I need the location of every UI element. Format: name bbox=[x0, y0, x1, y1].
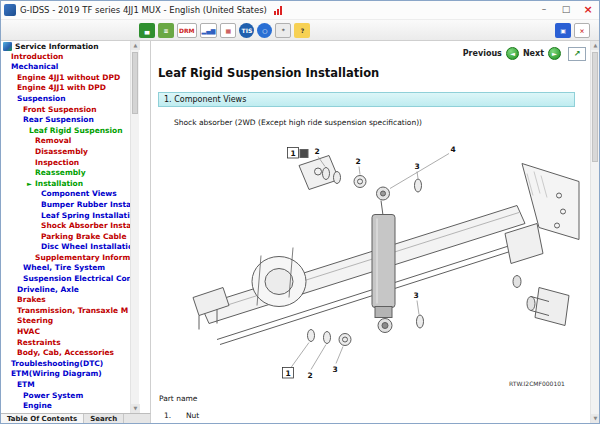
svg-text:4: 4 bbox=[450, 145, 455, 154]
tree-item-reassembly[interactable]: Reassembly bbox=[1, 168, 130, 179]
scroll-down-icon[interactable]: ▼ bbox=[131, 404, 140, 413]
tree-item-brakes[interactable]: Brakes bbox=[1, 295, 130, 306]
tree-item-disassembly[interactable]: Disassembly bbox=[1, 147, 130, 158]
exit-icon[interactable]: × bbox=[574, 23, 590, 38]
tree-items: IntroductionMechanicalEngine 4JJ1 withou… bbox=[1, 52, 130, 412]
data-grid-icon[interactable]: ▦ bbox=[220, 23, 236, 38]
tree-item-suspension-electrical-con[interactable]: Suspension Electrical Con bbox=[1, 274, 130, 285]
svg-text:1: 1 bbox=[285, 369, 290, 378]
tree-item-front-suspension[interactable]: Front Suspension bbox=[1, 105, 130, 116]
parts-table: 1.Nut bbox=[164, 410, 199, 421]
window-titlebar: G-IDSS - 2019 TF series 4JJ1 MUX - Engli… bbox=[1, 1, 599, 20]
next-button[interactable]: Next bbox=[523, 49, 544, 58]
tree-root-label: Service Information bbox=[15, 42, 99, 51]
content-scrollbar[interactable]: ▲ ▼ bbox=[590, 41, 599, 423]
maximize-button[interactable]: □ bbox=[555, 2, 577, 18]
tree-item-component-views[interactable]: Component Views bbox=[1, 189, 130, 200]
drm-icon[interactable]: DRM bbox=[177, 23, 197, 38]
tree-item-etm[interactable]: ETM bbox=[1, 380, 130, 391]
svg-text:3: 3 bbox=[332, 365, 337, 374]
svg-text:3: 3 bbox=[413, 291, 418, 300]
figure-caption: Shock absorber (2WD (Except high ride su… bbox=[174, 118, 422, 127]
svg-text:2: 2 bbox=[355, 157, 360, 166]
tree-item-leaf-spring-installati[interactable]: Leaf Spring Installati bbox=[1, 211, 130, 222]
tree-item-driveline-axle[interactable]: Driveline, Axle bbox=[1, 285, 130, 296]
tab-table-of-contents[interactable]: Table Of Contents bbox=[1, 414, 84, 424]
content-scrollbar-thumb[interactable] bbox=[592, 52, 598, 162]
tree-item-suspension[interactable]: Suspension bbox=[1, 94, 130, 105]
scroll-down-icon[interactable]: ▼ bbox=[591, 414, 600, 423]
tree-item-restraints[interactable]: Restraints bbox=[1, 338, 130, 349]
scroll-up-icon[interactable]: ▲ bbox=[131, 41, 140, 50]
component-diagram: 122343123 RTW.I2CMF000101 bbox=[187, 135, 587, 391]
close-button[interactable]: × bbox=[577, 2, 599, 18]
tree-item-etm-wiring-diagram-[interactable]: ETM(Wiring Diagram) bbox=[1, 369, 130, 380]
tree-item-body-cab-accessories[interactable]: Body, Cab, Accessories bbox=[1, 348, 130, 359]
sidebar: Service Information IntroductionMechanic… bbox=[1, 41, 151, 413]
tools-icon[interactable]: * bbox=[275, 23, 291, 38]
toolbar-left-group: ▄≡DRM▂▄▆▦TIS○*? bbox=[139, 23, 310, 38]
scroll-up-icon[interactable]: ▲ bbox=[591, 41, 600, 50]
svg-text:1: 1 bbox=[290, 149, 295, 158]
data-chart-icon[interactable]: ▂▄▆ bbox=[200, 23, 218, 38]
open-new-window-button[interactable]: ↗ bbox=[568, 47, 586, 61]
content-area: Previous ◄ Next ► ↗ Leaf Rigid Suspensio… bbox=[151, 41, 599, 423]
tab-search[interactable]: Search bbox=[84, 414, 124, 424]
tree-item-rear-suspension[interactable]: Rear Suspension bbox=[1, 115, 130, 126]
minimize-button[interactable]: – bbox=[533, 2, 555, 18]
window-title: G-IDSS - 2019 TF series 4JJ1 MUX - Engli… bbox=[20, 5, 267, 15]
window-layout-icon[interactable]: ▣ bbox=[555, 23, 571, 38]
sidebar-scrollbar[interactable]: ▲ ▼ bbox=[130, 41, 139, 413]
selected-item-arrow-icon: ► bbox=[27, 179, 32, 189]
sidebar-tabs: Table Of ContentsSearch bbox=[1, 413, 151, 424]
part-row: 1.Nut bbox=[164, 410, 199, 421]
tree-item-steering[interactable]: Steering bbox=[1, 316, 130, 327]
svg-text:2: 2 bbox=[314, 147, 319, 156]
svg-text:3: 3 bbox=[414, 162, 419, 171]
app-icon bbox=[4, 4, 16, 16]
shock-absorber-drawing bbox=[372, 187, 395, 333]
vehicle-session-icon[interactable]: ▄ bbox=[139, 23, 155, 38]
contents-tree: Service Information IntroductionMechanic… bbox=[1, 41, 130, 413]
tree-root-service-information[interactable]: Service Information bbox=[1, 41, 130, 52]
vehicle-info-icon[interactable]: ≡ bbox=[158, 23, 174, 38]
next-arrow-icon[interactable]: ► bbox=[548, 47, 561, 60]
toolbar-right-group: ▣× bbox=[555, 23, 590, 38]
figure-reference: RTW.I2CMF000101 bbox=[509, 380, 565, 387]
previous-arrow-icon[interactable]: ◄ bbox=[506, 47, 519, 60]
tree-item-supplementary-informati[interactable]: Supplementary Informati bbox=[1, 253, 130, 264]
help-icon[interactable]: ? bbox=[294, 23, 310, 38]
tree-item-wheel-tire-system[interactable]: Wheel, Tire System bbox=[1, 263, 130, 274]
tree-item-installation[interactable]: ►Installation bbox=[1, 179, 130, 190]
page-title: Leaf Rigid Suspension Installation bbox=[158, 66, 379, 80]
tree-item-introduction[interactable]: Introduction bbox=[1, 52, 130, 63]
tree-item-inspection[interactable]: Inspection bbox=[1, 158, 130, 169]
service-information-icon bbox=[3, 42, 12, 51]
tree-item-disc-wheel-installatio[interactable]: Disc Wheel Installatio bbox=[1, 242, 130, 253]
tree-item-engine-4jj1-with-dpd[interactable]: Engine 4JJ1 with DPD bbox=[1, 83, 130, 94]
tree-item-mechanical[interactable]: Mechanical bbox=[1, 62, 130, 73]
tree-item-troubleshooting-dtc-[interactable]: Troubleshooting(DTC) bbox=[1, 359, 130, 370]
tree-item-transmission-transaxle-m[interactable]: Transmission, Transaxle M bbox=[1, 306, 130, 317]
svg-text:2: 2 bbox=[307, 371, 312, 380]
toolbar: ▄≡DRM▂▄▆▦TIS○*? ▣× bbox=[1, 20, 599, 41]
page-navigation: Previous ◄ Next ► bbox=[463, 47, 561, 60]
tree-item-bumper-rubber-insta[interactable]: Bumper Rubber Insta bbox=[1, 200, 130, 211]
tree-item-hvac[interactable]: HVAC bbox=[1, 327, 130, 338]
globe-icon[interactable]: ○ bbox=[257, 23, 272, 38]
tree-item-shock-absorber-insta[interactable]: Shock Absorber Insta bbox=[1, 221, 130, 232]
section-header-component-views: 1. Component Views bbox=[158, 92, 575, 107]
parts-table-header: Part name bbox=[159, 394, 197, 403]
sidebar-scrollbar-thumb[interactable] bbox=[132, 52, 138, 114]
tis-icon[interactable]: TIS bbox=[239, 23, 254, 38]
signal-strength-icon bbox=[274, 6, 282, 15]
tree-item-engine[interactable]: Engine bbox=[1, 401, 130, 412]
tree-item-leaf-rigid-suspension[interactable]: Leaf Rigid Suspension bbox=[1, 126, 130, 137]
app-window: G-IDSS - 2019 TF series 4JJ1 MUX - Engli… bbox=[0, 0, 600, 424]
previous-button[interactable]: Previous bbox=[463, 49, 502, 58]
tree-item-removal[interactable]: Removal bbox=[1, 136, 130, 147]
window-controls: – □ × bbox=[533, 2, 599, 18]
tree-item-parking-brake-cable[interactable]: Parking Brake Cable bbox=[1, 232, 130, 243]
tree-item-engine-4jj1-without-dpd[interactable]: Engine 4JJ1 without DPD bbox=[1, 73, 130, 84]
tree-item-power-system[interactable]: Power System bbox=[1, 391, 130, 402]
